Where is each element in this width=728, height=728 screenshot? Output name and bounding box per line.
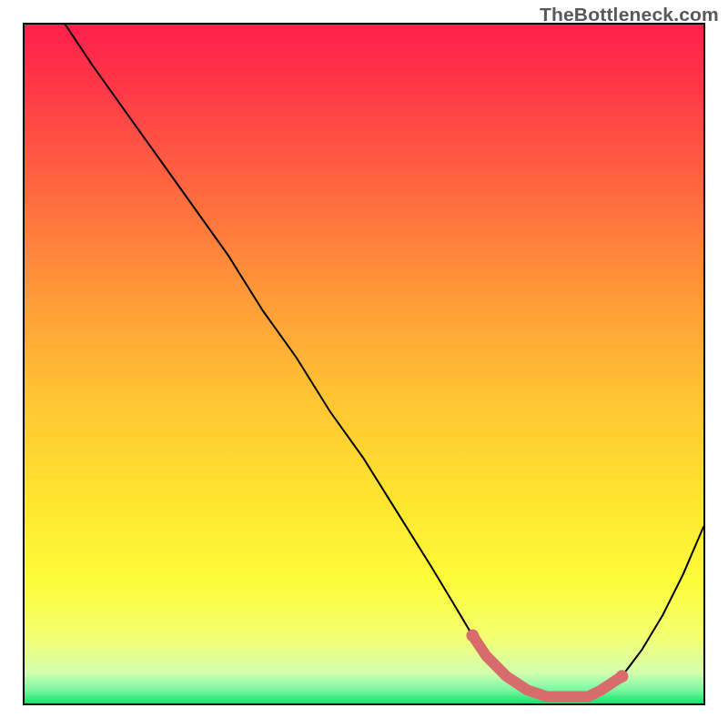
sweet-spot-dot bbox=[616, 670, 629, 682]
gradient-background bbox=[25, 25, 703, 703]
plot-svg bbox=[25, 25, 703, 703]
plot-frame bbox=[23, 23, 705, 705]
sweet-spot-dot bbox=[466, 629, 479, 642]
watermark: TheBottleneck.com bbox=[540, 4, 719, 25]
chart-canvas: TheBottleneck.com bbox=[0, 0, 728, 728]
